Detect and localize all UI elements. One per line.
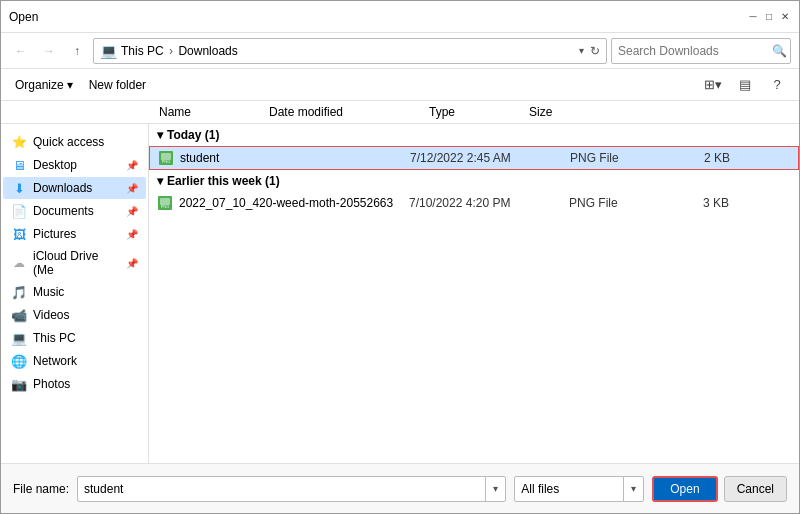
bottom-bar: File name: ▾ All files ▾ Open Cancel: [1, 463, 799, 513]
column-headers: Name Date modified Type Size: [1, 101, 799, 124]
sidebar-item-videos[interactable]: 📹 Videos: [3, 304, 146, 326]
breadcrumb-part-thispc: This PC: [121, 44, 164, 58]
sidebar-item-quick-access[interactable]: ⭐ Quick access: [3, 131, 146, 153]
address-bar[interactable]: 💻 This PC › Downloads ▾ ↻: [93, 38, 607, 64]
group-today-chevron: ▾: [157, 128, 163, 142]
title-controls: ─ □ ✕: [747, 11, 791, 23]
sidebar-item-music[interactable]: 🎵 Music: [3, 281, 146, 303]
downloads-icon: ⬇: [11, 180, 27, 196]
sidebar-label-icloud: iCloud Drive (Me: [33, 249, 120, 277]
sidebar-label-desktop: Desktop: [33, 158, 77, 172]
organize-chevron: ▾: [67, 78, 73, 92]
toolbar: Organize ▾ New folder ⊞▾ ▤ ?: [1, 69, 799, 101]
search-bar[interactable]: 🔍: [611, 38, 791, 64]
file-icon-moth: PNG: [157, 195, 173, 211]
sidebar-item-downloads[interactable]: ⬇ Downloads 📌: [3, 177, 146, 199]
toolbar-right: ⊞▾ ▤ ?: [699, 72, 791, 98]
sidebar-label-documents: Documents: [33, 204, 94, 218]
forward-button[interactable]: →: [37, 39, 61, 63]
file-size-student: 2 KB: [670, 151, 730, 165]
view-options-button[interactable]: ⊞▾: [699, 72, 727, 98]
nav-bar: ← → ↑ 💻 This PC › Downloads ▾ ↻ 🔍: [1, 33, 799, 69]
desktop-icon: 🖥: [11, 157, 27, 173]
main-content: ⭐ Quick access 🖥 Desktop 📌 ⬇ Downloads 📌…: [1, 124, 799, 463]
filetype-dropdown-button[interactable]: ▾: [623, 477, 643, 501]
new-folder-label: New folder: [89, 78, 146, 92]
sidebar: ⭐ Quick access 🖥 Desktop 📌 ⬇ Downloads 📌…: [1, 124, 149, 463]
address-dropdown-button[interactable]: ▾: [579, 45, 584, 56]
group-earlier-week-label: Earlier this week (1): [167, 174, 280, 188]
svg-text:PNG: PNG: [162, 159, 171, 164]
new-folder-button[interactable]: New folder: [83, 75, 152, 95]
group-earlier-week-chevron: ▾: [157, 174, 163, 188]
bottom-buttons: Open Cancel: [652, 476, 787, 502]
sidebar-item-photos[interactable]: 📷 Photos: [3, 373, 146, 395]
minimize-button[interactable]: ─: [747, 11, 759, 23]
col-type-header[interactable]: Type: [429, 105, 529, 119]
filename-input[interactable]: [78, 482, 485, 496]
address-icon: 💻: [100, 43, 117, 59]
back-button[interactable]: ←: [9, 39, 33, 63]
close-button[interactable]: ✕: [779, 11, 791, 23]
sidebar-item-desktop[interactable]: 🖥 Desktop 📌: [3, 154, 146, 176]
breadcrumb: This PC › Downloads: [121, 44, 575, 58]
sidebar-label-photos: Photos: [33, 377, 70, 391]
breadcrumb-separator: ›: [169, 44, 176, 58]
sidebar-item-network[interactable]: 🌐 Network: [3, 350, 146, 372]
open-button[interactable]: Open: [652, 476, 717, 502]
title-bar: Open ─ □ ✕: [1, 1, 799, 33]
sidebar-label-quick-access: Quick access: [33, 135, 104, 149]
organize-label: Organize: [15, 78, 64, 92]
file-date-moth: 7/10/2022 4:20 PM: [409, 196, 569, 210]
file-icon-student: PNG: [158, 150, 174, 166]
breadcrumb-part-downloads: Downloads: [178, 44, 237, 58]
sidebar-label-music: Music: [33, 285, 64, 299]
file-row-student[interactable]: PNG student 7/12/2022 2:45 AM PNG File 2…: [149, 146, 799, 170]
this-pc-icon: 💻: [11, 330, 27, 346]
file-size-moth: 3 KB: [669, 196, 729, 210]
col-size-header[interactable]: Size: [529, 105, 609, 119]
sidebar-label-downloads: Downloads: [33, 181, 92, 195]
sidebar-label-this-pc: This PC: [33, 331, 76, 345]
downloads-pin-icon: 📌: [126, 183, 138, 194]
sidebar-item-documents[interactable]: 📄 Documents 📌: [3, 200, 146, 222]
file-area: ▾ Today (1) PNG student 7/12/2022 2:45 A…: [149, 124, 799, 463]
photos-icon: 📷: [11, 376, 27, 392]
icloud-pin-icon: 📌: [126, 258, 138, 269]
group-today-header[interactable]: ▾ Today (1): [149, 124, 799, 146]
filename-input-wrap[interactable]: ▾: [77, 476, 506, 502]
music-icon: 🎵: [11, 284, 27, 300]
sidebar-label-videos: Videos: [33, 308, 69, 322]
group-today-label: Today (1): [167, 128, 219, 142]
refresh-button[interactable]: ↻: [590, 44, 600, 58]
up-button[interactable]: ↑: [65, 39, 89, 63]
sidebar-item-pictures[interactable]: 🖼 Pictures 📌: [3, 223, 146, 245]
preview-pane-button[interactable]: ▤: [731, 72, 759, 98]
search-input[interactable]: [618, 44, 768, 58]
pictures-icon: 🖼: [11, 226, 27, 242]
desktop-pin-icon: 📌: [126, 160, 138, 171]
maximize-button[interactable]: □: [763, 11, 775, 23]
file-type-moth: PNG File: [569, 196, 669, 210]
file-row-moth[interactable]: PNG 2022_07_10_420-weed-moth-20552663 7/…: [149, 192, 799, 214]
network-icon: 🌐: [11, 353, 27, 369]
help-button[interactable]: ?: [763, 72, 791, 98]
file-date-student: 7/12/2022 2:45 AM: [410, 151, 570, 165]
sidebar-item-icloud[interactable]: ☁ iCloud Drive (Me 📌: [3, 246, 146, 280]
file-name-moth: 2022_07_10_420-weed-moth-20552663: [179, 196, 409, 210]
file-type-student: PNG File: [570, 151, 670, 165]
filetype-label: All files: [515, 482, 623, 496]
col-date-header[interactable]: Date modified: [269, 105, 429, 119]
group-earlier-week-header[interactable]: ▾ Earlier this week (1): [149, 170, 799, 192]
file-name-student: student: [180, 151, 410, 165]
sidebar-label-network: Network: [33, 354, 77, 368]
filetype-select[interactable]: All files ▾: [514, 476, 644, 502]
filename-dropdown-button[interactable]: ▾: [485, 477, 505, 501]
sidebar-item-this-pc[interactable]: 💻 This PC: [3, 327, 146, 349]
col-name-header[interactable]: Name: [9, 105, 269, 119]
cancel-button[interactable]: Cancel: [724, 476, 787, 502]
quick-access-icon: ⭐: [11, 134, 27, 150]
search-icon: 🔍: [772, 44, 787, 58]
documents-pin-icon: 📌: [126, 206, 138, 217]
organize-button[interactable]: Organize ▾: [9, 75, 79, 95]
